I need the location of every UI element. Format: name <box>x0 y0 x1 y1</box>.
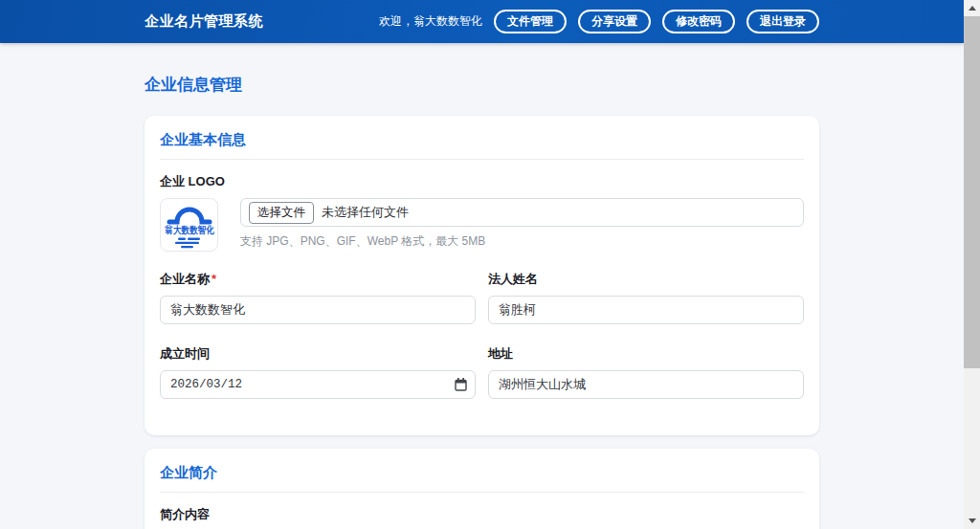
calendar-icon[interactable] <box>455 378 467 391</box>
scroll-down-icon <box>969 518 976 523</box>
legal-person-input[interactable] <box>488 296 804 324</box>
legal-person-label: 法人姓名 <box>488 271 804 288</box>
navbar-actions: 欢迎，翁大数数智化 文件管理 分享设置 修改密码 退出登录 <box>379 10 819 34</box>
company-name-label: 企业名称* <box>160 271 476 288</box>
basic-fields-grid: 企业名称* 法人姓名 成立时间 <box>160 271 804 399</box>
founded-date-label: 成立时间 <box>160 345 476 363</box>
basic-info-card: 企业基本信息 企业 LOGO 翁大数数智化 <box>145 116 819 435</box>
intro-content-label: 简介内容 <box>160 506 804 523</box>
legal-person-field-group: 法人姓名 <box>488 271 804 324</box>
address-label: 地址 <box>488 345 804 363</box>
file-format-hint: 支持 JPG、PNG、GIF、WebP 格式，最大 5MB <box>240 233 804 250</box>
address-input[interactable] <box>488 370 804 399</box>
page-title: 企业信息管理 <box>145 74 819 96</box>
required-asterisk: * <box>212 272 216 286</box>
founded-date-field-group: 成立时间 <box>160 345 476 399</box>
welcome-text: 欢迎，翁大数数智化 <box>379 13 482 30</box>
founded-date-wrapper <box>160 370 476 399</box>
svg-text:翁大数数智化: 翁大数数智化 <box>164 224 214 235</box>
logo-upload-row: 翁大数数智化 选择文件 未选择任何文件 支持 JPG、PN <box>160 198 804 252</box>
file-status-text: 未选择任何文件 <box>322 204 409 221</box>
page-viewport: 企业名片管理系统 欢迎，翁大数数智化 文件管理 分享设置 修改密码 退出登录 企… <box>0 0 964 529</box>
scroll-up-icon <box>969 6 976 11</box>
change-password-button[interactable]: 修改密码 <box>662 10 735 34</box>
logo-file-input[interactable]: 选择文件 未选择任何文件 <box>240 198 804 227</box>
section-divider <box>160 492 804 493</box>
company-intro-title: 企业简介 <box>160 464 804 482</box>
logo-field-label: 企业 LOGO <box>160 173 804 190</box>
app-title: 企业名片管理系统 <box>145 12 263 31</box>
logo-cloud-icon: 翁大数数智化 <box>164 200 215 250</box>
logo-file-column: 选择文件 未选择任何文件 支持 JPG、PNG、GIF、WebP 格式，最大 5… <box>240 198 804 250</box>
logout-button[interactable]: 退出登录 <box>746 10 819 34</box>
address-field-group: 地址 <box>488 345 804 399</box>
basic-info-title: 企业基本信息 <box>160 131 804 149</box>
company-intro-card: 企业简介 简介内容 个人开发者,官网www.521000.top <box>145 449 819 529</box>
company-name-input[interactable] <box>160 296 476 324</box>
scroll-up-button[interactable] <box>964 0 980 16</box>
vertical-scrollbar[interactable] <box>964 0 980 529</box>
navbar-container: 企业名片管理系统 欢迎，翁大数数智化 文件管理 分享设置 修改密码 退出登录 <box>145 10 819 34</box>
top-navbar: 企业名片管理系统 欢迎，翁大数数智化 文件管理 分享设置 修改密码 退出登录 <box>0 0 964 43</box>
share-settings-button[interactable]: 分享设置 <box>578 10 651 34</box>
choose-file-button[interactable]: 选择文件 <box>249 202 314 224</box>
company-logo: 翁大数数智化 <box>160 198 218 252</box>
founded-date-input[interactable] <box>160 370 476 399</box>
section-divider <box>160 159 804 160</box>
company-name-label-text: 企业名称 <box>160 272 210 286</box>
file-management-button[interactable]: 文件管理 <box>494 10 567 34</box>
scrollbar-thumb[interactable] <box>964 16 980 368</box>
company-name-field-group: 企业名称* <box>160 271 476 324</box>
main-content: 企业信息管理 企业基本信息 企业 LOGO 翁大数数智化 <box>145 43 819 529</box>
scroll-down-button[interactable] <box>964 513 980 529</box>
